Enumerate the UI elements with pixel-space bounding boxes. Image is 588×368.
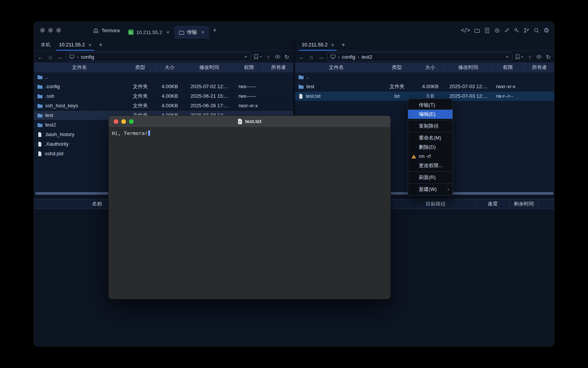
file-row-test[interactable]: test文件夹4.00KB2025-07-03 12:...rwxr-xr-x [295,82,554,92]
column-header-5[interactable]: 所有者 [524,62,554,72]
breadcrumb-segment[interactable]: test2 [361,54,372,60]
context-menu-item-rm-rf[interactable]: rm -rf [408,152,452,161]
file-name-label: .config [45,82,60,91]
close-icon[interactable]: × [166,29,169,35]
context-menu-item-new[interactable]: 新建(W)› [408,185,452,194]
transfer-col-destination[interactable]: 目标路径 [395,199,476,209]
file-name-label: test [306,82,314,91]
tab-remote-right[interactable]: 10.211.55.2 × [297,39,338,51]
column-header-3[interactable]: 修改时间 [184,62,235,72]
show-hidden-icon[interactable] [274,54,281,60]
tab-remote-left[interactable]: 10.211.55.2 × [55,39,96,51]
tab-label: Termora [101,28,120,33]
file-row-.ssh[interactable]: .ssh文件夹4.00KB2025-06-21 15:...rwx------ [34,92,293,101]
folder-icon [37,94,43,99]
column-header-1[interactable]: 类型 [125,62,155,72]
cell-name: test.txt [295,92,378,101]
file-name-label: test [45,111,53,120]
folder-icon [298,84,304,90]
close-icon[interactable]: × [201,29,204,35]
tab-ssh-session[interactable]: 10.211.55.2 × [124,26,174,39]
dialog-minimize-button[interactable] [121,119,126,124]
chevron-down-icon [259,55,262,58]
settings-icon[interactable]: ⚙ [544,26,549,34]
cell-size: 4.00KB [416,82,444,91]
context-menu-item-rename[interactable]: 重命名(M) [408,133,452,143]
right-toolbar: ← ⌂ → › config › test2 ↑ [295,51,554,62]
context-menu-item-refresh[interactable]: 刷新(R) [408,173,452,182]
right-breadcrumb[interactable]: › config › test2 [327,52,513,61]
key-icon[interactable] [514,28,519,33]
close-icon[interactable]: × [88,42,91,48]
edit-icon[interactable] [504,28,510,33]
editor-content-area[interactable]: Hi, Termora! [109,127,390,139]
tab-termora-home[interactable]: Termora [89,28,124,33]
titlebar-actions: </> ⚙ [461,26,549,34]
refresh-icon[interactable]: ↻ [283,54,290,60]
tab-local[interactable]: 本机 [36,39,55,51]
context-menu-item-transfer[interactable]: 传输(T) [408,100,452,110]
column-header-0[interactable]: 文件名 [34,62,125,72]
window-minimize-button[interactable] [48,28,53,33]
context-menu-item-delete[interactable]: 删除(D) [408,143,452,152]
search-icon[interactable] [534,28,539,33]
breadcrumb-segment[interactable]: config [81,54,94,60]
refresh-icon[interactable]: ↻ [545,54,552,60]
new-tab-button[interactable]: + [209,26,221,34]
transfer-col-remaining[interactable]: 剩余时间 [510,199,538,209]
window-zoom-button[interactable] [56,28,61,33]
up-directory-icon[interactable]: ↑ [265,54,272,60]
context-menu-item-copy-path[interactable]: 复制路径 [408,122,452,131]
bookmark-button[interactable] [515,54,524,59]
column-header-2[interactable]: 大小 [416,62,444,72]
log-icon[interactable] [484,28,490,33]
dialog-zoom-button[interactable] [129,119,134,124]
add-panel-tab-button[interactable]: + [338,39,348,51]
chevron-down-icon[interactable] [244,55,248,59]
context-menu-item-chmod[interactable]: 更改权限... [408,161,452,170]
context-menu-item-edit[interactable]: 编辑(E) [408,110,452,119]
cell-mtime: 2025-06-21 15:... [184,92,235,101]
column-header-4[interactable]: 权限 [492,62,524,72]
column-header-1[interactable]: 类型 [378,62,416,72]
titlebar: Termora 10.211.55.2 × 传输 × + </> [34,22,554,39]
editor-titlebar[interactable]: test.txt [109,116,390,127]
record-icon[interactable] [494,28,500,33]
cell-size [155,72,184,82]
column-header-2[interactable]: 大小 [155,62,184,72]
up-directory-icon[interactable]: ↑ [526,54,533,60]
back-icon[interactable]: ← [37,54,44,60]
column-header-0[interactable]: 文件名 [295,62,378,72]
bookmark-button[interactable] [254,54,262,59]
chevron-down-icon[interactable] [505,55,509,59]
branch-icon[interactable] [524,28,529,33]
back-icon[interactable]: ← [298,54,305,60]
file-row-..[interactable]: .. [295,72,554,82]
add-panel-tab-button[interactable]: + [96,39,106,51]
column-header-4[interactable]: 权限 [235,62,264,72]
menu-separator [408,132,452,132]
transfer-col-speed[interactable]: 速度 [476,199,510,209]
file-row-ssh_host_keys[interactable]: ssh_host_keys文件夹4.00KB2025-06-26 17:...r… [34,101,293,111]
cell-perm: rwxr-xr-x [235,101,264,110]
close-icon[interactable]: × [331,42,334,48]
home-icon[interactable]: ⌂ [308,54,315,60]
dialog-close-button[interactable] [114,119,118,124]
left-breadcrumb[interactable]: › config [66,52,251,61]
cell-perm: rw-r--r-- [492,92,524,101]
tab-transfer[interactable]: 传输 × [174,26,209,39]
cell-type: 文件夹 [125,82,155,91]
forward-icon[interactable]: → [56,54,63,60]
right-panel-tabs: 10.211.55.2 × + [295,39,554,51]
forward-icon[interactable]: → [317,54,324,60]
show-hidden-icon[interactable] [536,54,542,60]
column-header-3[interactable]: 修改时间 [444,62,492,72]
column-header-5[interactable]: 所有者 [264,62,293,72]
file-row-..[interactable]: .. [34,72,293,82]
breadcrumb-segment[interactable]: config [342,54,355,60]
home-icon[interactable]: ⌂ [47,54,54,60]
code-icon[interactable]: </> [461,27,470,34]
file-row-.config[interactable]: .config文件夹4.00KB2025-07-02 12:...rwx----… [34,82,293,92]
window-close-button[interactable] [40,28,45,33]
folder-icon[interactable] [474,28,480,33]
